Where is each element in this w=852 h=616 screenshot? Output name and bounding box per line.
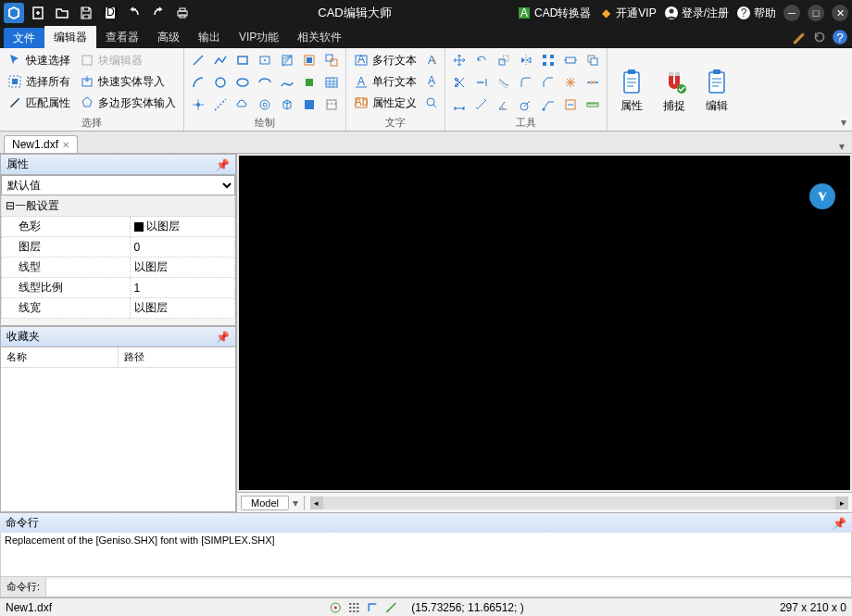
match-props-button[interactable]: 匹配属性 [4,93,74,113]
import-solid-button[interactable]: 快速实体导入 [76,71,180,92]
menu-editor[interactable]: 编辑器 [44,26,96,48]
wipeout-tool[interactable] [299,94,320,115]
app-logo[interactable] [4,3,24,23]
prop-val-lineweight[interactable]: 以图层 [130,298,234,319]
scroll-right-icon[interactable]: ▸ [835,497,848,509]
text-align-button[interactable]: A [422,71,441,92]
line-tool[interactable] [188,50,208,70]
dim-style-tool[interactable] [560,94,581,115]
help-circle-icon[interactable]: ? [832,29,848,45]
rect-center-tool[interactable] [255,50,275,70]
point-tool[interactable] [188,94,208,115]
pin-icon[interactable]: 📌 [216,158,230,171]
block-editor-button[interactable]: 块编辑器 [76,50,180,70]
undo-icon[interactable] [124,3,144,23]
pin-icon[interactable]: 📌 [216,331,230,344]
command-input[interactable] [46,579,851,596]
dim-angular-tool[interactable] [494,94,514,115]
fillet-tool[interactable] [516,72,536,93]
print-icon[interactable] [172,3,193,23]
maximize-button[interactable]: □ [808,5,824,21]
refresh-icon[interactable] [811,29,828,45]
fav-col-path[interactable]: 路径 [119,347,235,367]
menu-vip[interactable]: VIP功能 [230,26,288,48]
stretch-tool[interactable] [560,50,581,70]
polyline-tool[interactable] [210,50,231,70]
measure-tool[interactable] [583,94,603,115]
boundary-tool[interactable] [299,50,320,70]
layout-dropdown-icon[interactable]: ▾ [289,497,302,509]
menu-output[interactable]: 输出 [189,26,230,48]
snap-big-button[interactable]: 捕捉 [654,50,695,131]
arc-tool[interactable] [188,72,208,93]
help-link[interactable]: ?帮助 [736,6,776,21]
cloud-tool[interactable] [232,94,253,115]
grid-toggle-icon[interactable] [346,600,361,615]
prop-val-ltscale[interactable]: 1 [130,278,234,298]
close-button[interactable]: ✕ [832,5,848,21]
insert-block-tool[interactable] [299,72,320,93]
model-tab[interactable]: Model [241,496,289,510]
tabs-dropdown-icon[interactable]: ▾ [835,140,848,153]
close-tab-icon[interactable]: ✕ [62,140,69,150]
polar-toggle-icon[interactable] [383,600,398,615]
prop-val-linetype[interactable]: 以图层 [130,258,234,278]
fav-col-name[interactable]: 名称 [1,347,119,367]
drawing-canvas[interactable] [239,156,850,490]
pin-icon[interactable]: 📌 [833,517,846,530]
minimize-button[interactable]: ─ [783,5,800,21]
scale-tool[interactable] [494,50,514,70]
copy-tool[interactable] [583,50,603,70]
dim-aligned-tool[interactable] [471,94,492,115]
move-tool[interactable] [449,50,470,70]
table-tool[interactable] [321,72,342,93]
horizontal-scrollbar[interactable]: ◂ ▸ [310,497,848,509]
menu-file[interactable]: 文件 [4,28,44,48]
mirror-tool[interactable] [516,50,536,70]
rotate-tool[interactable] [471,50,492,70]
scroll-left-icon[interactable]: ◂ [310,497,323,509]
xline-tool[interactable] [210,94,231,115]
ribbon-collapse-icon[interactable]: ▾ [837,116,850,129]
more-draw-tool[interactable]: ⋯ [321,94,342,115]
explode-tool[interactable] [560,72,581,93]
save-icon[interactable] [76,3,96,23]
extend-tool[interactable] [471,72,492,93]
properties-big-button[interactable]: 属性 [611,50,652,131]
ring-tool[interactable] [255,94,275,115]
prop-val-layer[interactable]: 0 [130,237,234,258]
snap-toggle-icon[interactable] [328,600,343,615]
hatch-tool[interactable] [277,50,297,70]
select-all-button[interactable]: 选择所有 [4,71,74,92]
new-icon[interactable] [28,3,48,23]
trim-tool[interactable] [449,72,470,93]
cad-converter-link[interactable]: ACAD转换器 [517,6,591,21]
text-button[interactable]: A单行文本 [350,71,420,92]
mtext-button[interactable]: A多行文本 [350,50,420,70]
polygon-input-button[interactable]: 多边形实体输入 [76,93,180,113]
dim-radius-tool[interactable] [516,94,536,115]
ellipse-arc-tool[interactable] [255,72,275,93]
array-tool[interactable] [538,50,558,70]
menu-related[interactable]: 相关软件 [288,26,351,48]
quick-select-button[interactable]: 快速选择 [4,50,74,70]
file-tab[interactable]: New1.dxf ✕ [4,135,78,153]
chamfer-tool[interactable] [538,72,558,93]
redo-icon[interactable] [148,3,169,23]
settings-icon[interactable] [791,29,808,45]
ellipse-tool[interactable] [232,72,253,93]
canvas-badge-icon[interactable] [809,183,835,209]
prop-val-color[interactable]: 以图层 [130,217,234,237]
props-selector[interactable]: 默认值 [1,175,235,195]
menu-advanced[interactable]: 高级 [148,26,189,48]
pdf-icon[interactable]: PDF [100,3,120,23]
text-find-button[interactable] [422,93,441,113]
login-link[interactable]: 登录/注册 [664,6,729,21]
offset-tool[interactable] [494,72,514,93]
rect-tool[interactable] [232,50,253,70]
text-style-button[interactable]: A [422,50,441,70]
menu-viewer[interactable]: 查看器 [96,26,148,48]
leader-tool[interactable] [538,94,558,115]
open-icon[interactable] [52,3,72,23]
attdef-button[interactable]: Ab属性定义 [350,93,420,113]
